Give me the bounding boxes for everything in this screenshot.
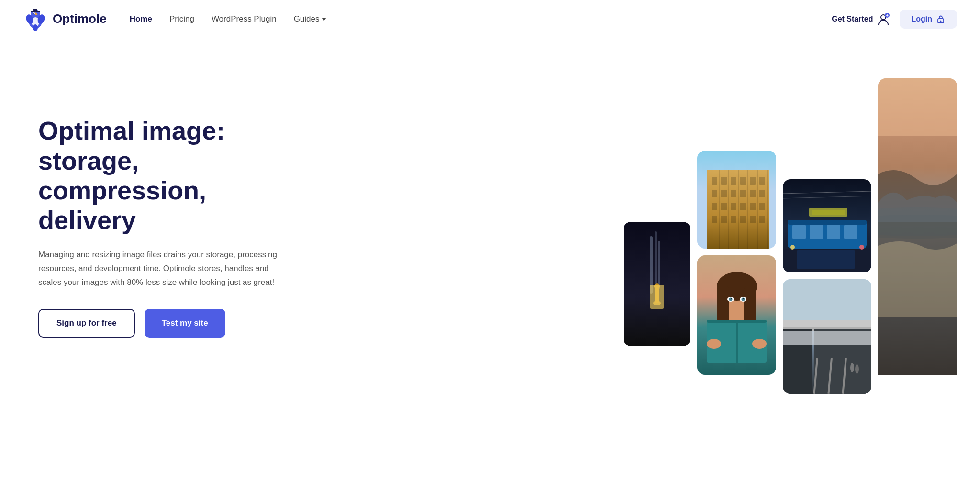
nav-right: Get Started Login <box>832 10 957 29</box>
svg-point-64 <box>742 298 745 301</box>
svg-point-5 <box>33 13 34 14</box>
nav-link-wordpress[interactable]: WordPress Plugin <box>212 14 277 23</box>
svg-rect-59 <box>717 286 729 325</box>
svg-rect-30 <box>750 177 756 185</box>
svg-rect-43 <box>759 203 765 210</box>
svg-rect-8 <box>31 11 40 12</box>
nav-link-guides[interactable]: Guides <box>294 14 326 24</box>
svg-point-65 <box>731 298 732 299</box>
svg-rect-52 <box>738 170 739 249</box>
svg-rect-28 <box>731 177 736 185</box>
image-tram <box>783 179 871 272</box>
svg-rect-9 <box>33 9 37 11</box>
svg-point-71 <box>752 339 767 349</box>
image-column-2 <box>697 151 776 375</box>
hero-title: Optimal image: storage, compression, del… <box>38 116 306 234</box>
svg-rect-19 <box>655 231 657 298</box>
svg-rect-36 <box>750 190 756 197</box>
svg-rect-40 <box>731 203 736 210</box>
svg-rect-45 <box>721 216 727 223</box>
svg-point-21 <box>653 301 661 305</box>
image-building <box>697 151 776 249</box>
signup-button[interactable]: Sign up for free <box>38 309 135 338</box>
svg-point-80 <box>790 245 795 250</box>
login-button[interactable]: Login <box>900 10 957 29</box>
nav-link-home[interactable]: Home <box>130 14 152 23</box>
svg-rect-76 <box>792 225 806 239</box>
nav-item-pricing[interactable]: Pricing <box>169 14 194 24</box>
svg-point-70 <box>707 339 721 349</box>
svg-rect-50 <box>719 170 720 249</box>
svg-rect-77 <box>810 225 823 239</box>
logo-icon <box>23 7 48 32</box>
hero-description: Managing and resizing image files drains… <box>38 248 278 290</box>
svg-rect-38 <box>712 203 717 210</box>
nav-link-pricing[interactable]: Pricing <box>169 14 194 23</box>
svg-rect-20 <box>658 241 660 289</box>
svg-rect-39 <box>721 203 727 210</box>
logo-link[interactable]: Optimole <box>23 7 107 32</box>
svg-rect-100 <box>878 78 957 136</box>
svg-rect-42 <box>750 203 756 210</box>
svg-rect-60 <box>744 286 756 325</box>
svg-rect-27 <box>721 177 727 185</box>
get-started-button[interactable]: Get Started <box>832 12 890 26</box>
nav-item-home[interactable]: Home <box>130 14 152 24</box>
svg-rect-37 <box>759 190 765 197</box>
hero-section: Optimal image: storage, compression, del… <box>0 38 980 405</box>
svg-rect-33 <box>721 190 727 197</box>
svg-rect-88 <box>783 279 871 322</box>
svg-point-23 <box>654 283 660 289</box>
svg-rect-86 <box>812 210 845 215</box>
svg-rect-44 <box>712 216 717 223</box>
svg-rect-69 <box>736 320 738 363</box>
svg-rect-75 <box>788 220 867 225</box>
svg-rect-31 <box>759 177 765 185</box>
nav-item-guides[interactable]: Guides <box>294 14 326 24</box>
hero-images <box>325 78 957 375</box>
svg-point-66 <box>743 298 744 299</box>
svg-rect-79 <box>844 225 858 239</box>
dark-figure-overlay <box>624 222 690 346</box>
svg-rect-53 <box>747 170 748 249</box>
images-mosaic <box>624 78 957 375</box>
svg-rect-82 <box>797 250 855 269</box>
svg-rect-49 <box>759 216 765 223</box>
svg-rect-54 <box>757 170 758 249</box>
svg-rect-22 <box>655 289 659 303</box>
lock-icon <box>936 14 946 24</box>
image-column-4 <box>878 78 957 375</box>
svg-point-96 <box>850 363 854 372</box>
user-icon <box>877 12 890 26</box>
image-beach-cliff <box>878 78 957 375</box>
svg-rect-32 <box>712 190 717 197</box>
image-architecture <box>783 279 871 394</box>
svg-rect-26 <box>712 177 717 185</box>
test-site-button[interactable]: Test my site <box>145 309 225 338</box>
image-column-1 <box>624 222 690 346</box>
svg-rect-41 <box>740 203 746 210</box>
svg-point-63 <box>729 298 733 301</box>
chevron-down-icon <box>322 18 326 21</box>
svg-rect-98 <box>783 331 871 345</box>
nav-left: Optimole Home Pricing WordPress Plugin G… <box>23 7 326 32</box>
nav-item-wordpress-plugin[interactable]: WordPress Plugin <box>212 14 277 24</box>
svg-rect-47 <box>740 216 746 223</box>
image-column-3 <box>783 179 871 394</box>
hero-buttons: Sign up for free Test my site <box>38 309 306 338</box>
nav-links: Home Pricing WordPress Plugin Guides <box>130 14 326 24</box>
image-dark-figure <box>624 222 690 346</box>
svg-point-10 <box>33 24 38 31</box>
svg-rect-18 <box>650 236 653 294</box>
svg-point-16 <box>940 20 942 22</box>
brand-name: Optimole <box>53 11 107 26</box>
svg-rect-35 <box>740 190 746 197</box>
svg-point-97 <box>855 364 859 374</box>
svg-point-81 <box>859 245 864 250</box>
navigation: Optimole Home Pricing WordPress Plugin G… <box>0 0 980 38</box>
svg-rect-34 <box>731 190 736 197</box>
svg-rect-55 <box>767 170 768 249</box>
svg-rect-51 <box>728 170 729 249</box>
svg-rect-78 <box>827 225 840 239</box>
svg-rect-46 <box>731 216 736 223</box>
